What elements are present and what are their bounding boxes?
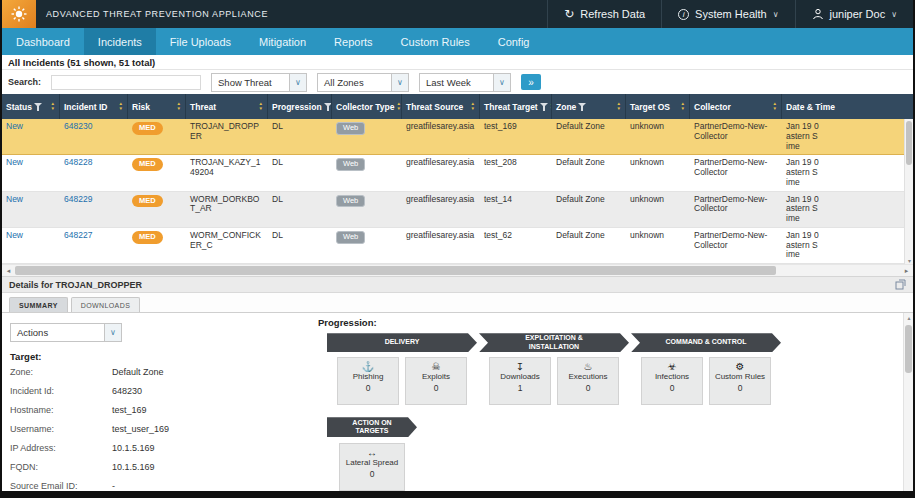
scroll-right-icon[interactable]: ▸: [900, 265, 913, 276]
table-row[interactable]: New 648230 MED TROJAN_DROPPER DL Web gre…: [2, 119, 913, 155]
zone-filter-dropdown[interactable]: All Zones ∨: [317, 73, 409, 92]
downloads-icon: ↧: [492, 361, 548, 372]
column-header-threat-target[interactable]: Threat Target ▲▼: [480, 94, 552, 119]
column-header-target-os[interactable]: Target OS ▲▼: [626, 94, 690, 119]
nav-item-mitigation[interactable]: Mitigation: [245, 28, 320, 55]
incident-id-link[interactable]: 648230: [64, 121, 92, 131]
incident-id-link[interactable]: 648227: [64, 230, 92, 240]
exploitation-banner: EXPLOITATION & INSTALLATION: [479, 333, 629, 352]
nav-item-file-uploads[interactable]: File Uploads: [156, 28, 245, 55]
column-header-progression[interactable]: Progression ▲▼: [268, 94, 332, 119]
threat-source-cell: greatfilesarey.asia: [402, 192, 480, 227]
downloads-box: ↧ Downloads 1: [489, 357, 551, 405]
executions-box: ♨ Executions 0: [557, 357, 619, 405]
scrollbar-thumb[interactable]: [905, 325, 912, 373]
threat-filter-dropdown[interactable]: Show Threat ∨: [211, 73, 307, 92]
lateral-spread-wrap: ↔ Lateral Spread 0: [339, 443, 405, 491]
scrollbar-thumb[interactable]: [15, 266, 776, 275]
details-vertical-scrollbar[interactable]: ▴ ▾: [903, 313, 913, 498]
column-header-collector[interactable]: Collector ▲▼: [690, 94, 782, 119]
column-header-threat[interactable]: Threat ▲▼: [186, 94, 268, 119]
step-count: 0: [712, 383, 768, 393]
time-filter-value: Last Week: [420, 77, 493, 88]
incident-id-link[interactable]: 648229: [64, 194, 92, 204]
incident-id-link[interactable]: 648228: [64, 157, 92, 167]
search-go-button[interactable]: »: [521, 74, 541, 90]
actions-dropdown[interactable]: Actions ∨: [10, 323, 122, 342]
zone-cell: Default Zone: [552, 119, 626, 154]
target-os-cell: unknown: [626, 155, 690, 190]
step-label: Phishing: [353, 372, 384, 381]
refresh-data-button[interactable]: ↻ Refresh Data: [547, 0, 661, 28]
hostname-link[interactable]: test_169: [112, 405, 147, 424]
step-count: 0: [342, 469, 402, 479]
scroll-up-icon[interactable]: ▴: [904, 314, 913, 321]
table-row[interactable]: New 648227 MED WORM_CONFICKER_C DL Web g…: [2, 228, 913, 264]
custom-rules-box: ⚙ Custom Rules 0: [709, 357, 771, 405]
health-info-icon: i: [678, 9, 689, 20]
sort-icon: ▲▼: [259, 102, 263, 111]
nav-item-incidents[interactable]: Incidents: [84, 28, 156, 55]
custom-rules-icon: ⚙: [712, 361, 768, 372]
column-header-risk[interactable]: Risk ▲▼: [128, 94, 186, 119]
infections-box: ☣ Infections 0: [641, 357, 703, 405]
table-row[interactable]: New 648228 MED TROJAN_KAZY_149204 DL Web…: [2, 155, 913, 191]
tab-downloads[interactable]: DOWNLOADS: [71, 297, 141, 312]
phishing-box: ⚓ Phishing 0: [337, 357, 399, 405]
filter-bar: Search: Show Threat ∨ All Zones ∨ Last W…: [2, 70, 913, 94]
table-horizontal-scrollbar[interactable]: ◂ ▸: [2, 264, 913, 276]
date-time-cell: Jan 19 0 astern S ime: [782, 192, 902, 227]
filter-icon[interactable]: [578, 102, 586, 111]
collector-type-badge: Web: [336, 122, 365, 135]
scroll-down-icon[interactable]: ▾: [905, 257, 914, 264]
stage-exploitation: EXPLOITATION & INSTALLATION ↧ Downloads …: [479, 333, 629, 405]
nav-item-config[interactable]: Config: [484, 28, 544, 55]
threat-cell: TROJAN_KAZY_149204: [186, 155, 268, 190]
sort-icon: ▲▼: [51, 102, 55, 111]
column-header-incident-id[interactable]: Incident ID ▲▼: [60, 94, 128, 119]
step-label: Executions: [568, 372, 607, 381]
ip-address-link[interactable]: 10.1.5.169: [112, 443, 155, 462]
sort-icon: ▲▼: [119, 102, 123, 111]
nav-item-reports[interactable]: Reports: [320, 28, 387, 55]
column-header-collector-type[interactable]: Collector Type ▲▼: [332, 94, 402, 119]
column-header-zone[interactable]: Zone ▲▼: [552, 94, 626, 119]
nav-item-custom-rules[interactable]: Custom Rules: [387, 28, 484, 55]
nav-item-dashboard[interactable]: Dashboard: [2, 28, 84, 55]
threat-cell: WORM_DORKBOT_AR: [186, 192, 268, 227]
scroll-left-icon[interactable]: ◂: [2, 265, 15, 276]
progression-cell: DL: [268, 228, 332, 263]
executions-icon: ♨: [560, 361, 616, 372]
table-row[interactable]: New 648229 MED WORM_DORKBOT_AR DL Web gr…: [2, 192, 913, 228]
status-link[interactable]: New: [6, 121, 23, 131]
field-username: Username: test_user_169: [10, 424, 300, 443]
delivery-banner: DELIVERY: [327, 333, 477, 352]
scrollbar-thumb[interactable]: [906, 121, 912, 165]
column-header-date-time[interactable]: Date & Time: [782, 94, 902, 119]
table-vertical-scrollbar[interactable]: ▾: [904, 119, 913, 264]
time-filter-dropdown[interactable]: Last Week ∨: [419, 73, 511, 92]
status-link[interactable]: New: [6, 194, 23, 204]
zone-cell: Default Zone: [552, 155, 626, 190]
status-link[interactable]: New: [6, 157, 23, 167]
column-header-threat-source[interactable]: Threat Source ▲▼: [402, 94, 480, 119]
chevron-down-icon: ∨: [391, 74, 408, 91]
progression-heading: Progression:: [318, 317, 377, 328]
sort-icon: ▲▼: [617, 102, 621, 111]
step-label: Infections: [655, 372, 689, 381]
popout-icon[interactable]: [895, 279, 906, 290]
username-link[interactable]: test_user_169: [112, 424, 169, 443]
target-os-cell: unknown: [626, 119, 690, 154]
user-menu[interactable]: juniper Doc ∨: [795, 0, 914, 28]
filter-icon[interactable]: [324, 102, 332, 111]
filter-icon[interactable]: [34, 102, 42, 111]
column-header-status[interactable]: Status ▲▼: [2, 94, 60, 119]
filter-icon[interactable]: [540, 102, 548, 111]
search-input[interactable]: [51, 75, 201, 90]
system-health-menu[interactable]: i System Health ∨: [661, 0, 794, 28]
tab-summary[interactable]: SUMMARY: [9, 297, 68, 312]
threat-source-cell: greatfilesarey.asia: [402, 119, 480, 154]
status-link[interactable]: New: [6, 230, 23, 240]
date-time-cell: Jan 19 0 astern S ime: [782, 119, 902, 154]
field-fqdn: FQDN: 10.1.5.169: [10, 462, 300, 481]
